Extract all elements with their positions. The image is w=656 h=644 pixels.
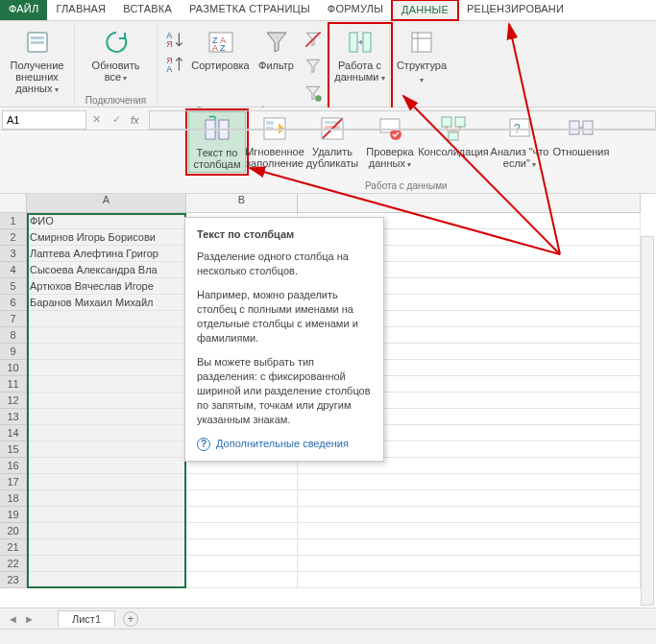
tab-home[interactable]: ГЛАВНАЯ xyxy=(47,0,114,20)
tab-data[interactable]: ДАННЫЕ xyxy=(392,0,458,20)
tab-review[interactable]: РЕЦЕНЗИРОВАНИ xyxy=(458,0,572,20)
cell[interactable] xyxy=(27,572,186,588)
vertical-scrollbar[interactable] xyxy=(641,236,654,606)
help-icon: ? xyxy=(197,438,210,451)
row-header[interactable]: 3 xyxy=(0,246,27,262)
cell-A2[interactable]: Смирнов Игорь Борисови xyxy=(27,229,186,246)
filter-button[interactable]: Фильтр xyxy=(253,25,301,73)
cell-A5[interactable]: Артюхов Вячеслав Игоре xyxy=(27,278,186,295)
data-tools-button[interactable]: Работа с данными xyxy=(331,25,389,86)
sort-button[interactable]: ZAAZ Сортировка xyxy=(189,25,253,73)
cell[interactable] xyxy=(186,474,298,490)
reapply-filter-icon[interactable] xyxy=(303,56,324,77)
sort-az-za-buttons[interactable]: AЯ ЯA xyxy=(164,25,185,77)
cell[interactable] xyxy=(186,523,298,539)
new-sheet-button[interactable]: + xyxy=(123,611,138,627)
row-header[interactable]: 15 xyxy=(0,441,27,458)
cell[interactable] xyxy=(298,539,641,556)
cell[interactable] xyxy=(27,556,186,572)
cell[interactable] xyxy=(298,474,641,490)
cell[interactable] xyxy=(186,490,298,507)
row-header[interactable]: 22 xyxy=(0,556,27,572)
tooltip-more-label: Дополнительные сведения xyxy=(216,437,349,451)
col-header-B[interactable]: B xyxy=(186,194,298,213)
sheet-next-icon[interactable]: ► xyxy=(24,613,35,625)
refresh-all-button[interactable]: Обновить все xyxy=(87,25,145,86)
row-header[interactable]: 18 xyxy=(0,490,27,507)
fx-cancel-icon[interactable]: ✕ xyxy=(86,113,107,126)
name-box[interactable] xyxy=(2,110,86,130)
row-header[interactable]: 21 xyxy=(0,539,27,556)
row-header[interactable]: 2 xyxy=(0,229,27,246)
cell[interactable] xyxy=(298,572,641,588)
row-header[interactable]: 13 xyxy=(0,409,27,425)
cell[interactable] xyxy=(186,572,298,588)
clear-filter-icon[interactable] xyxy=(303,29,324,50)
cell[interactable] xyxy=(186,539,298,556)
row-header[interactable]: 4 xyxy=(0,262,27,278)
cell[interactable] xyxy=(298,523,641,539)
outline-button[interactable]: Структура xyxy=(393,25,450,88)
cell[interactable] xyxy=(27,441,186,458)
formula-bar[interactable] xyxy=(149,110,656,130)
cell[interactable] xyxy=(27,344,186,360)
row-header[interactable]: 11 xyxy=(0,376,27,393)
cell-A4[interactable]: Сысоева Александра Вла xyxy=(27,262,186,278)
cell[interactable] xyxy=(27,360,186,376)
sheet-nav[interactable]: ◄► xyxy=(8,613,35,625)
tab-formulas[interactable]: ФОРМУЛЫ xyxy=(319,0,392,20)
col-header-A[interactable]: A xyxy=(27,194,186,213)
cell[interactable] xyxy=(27,409,186,425)
select-all-corner[interactable] xyxy=(0,194,27,213)
fx-icon[interactable]: fx xyxy=(127,114,143,126)
row-header[interactable]: 16 xyxy=(0,458,27,474)
tab-insert[interactable]: ВСТАВКА xyxy=(114,0,181,20)
advanced-filter-icon[interactable] xyxy=(303,83,324,104)
row-header[interactable]: 19 xyxy=(0,507,27,523)
row-header[interactable]: 10 xyxy=(0,360,27,376)
row-header[interactable]: 8 xyxy=(0,327,27,344)
cell[interactable] xyxy=(27,425,186,441)
cell[interactable] xyxy=(298,507,641,523)
row-header[interactable]: 12 xyxy=(0,393,27,409)
row-header[interactable]: 7 xyxy=(0,311,27,327)
tooltip-more-link[interactable]: ? Дополнительные сведения xyxy=(197,437,372,451)
row-header[interactable]: 1 xyxy=(0,213,27,229)
cell[interactable] xyxy=(27,376,186,393)
sheet-prev-icon[interactable]: ◄ xyxy=(8,613,18,625)
cell[interactable] xyxy=(298,490,641,507)
cell[interactable] xyxy=(27,507,186,523)
cell[interactable] xyxy=(298,556,641,572)
tab-file[interactable]: ФАЙЛ xyxy=(0,0,47,20)
tooltip-title: Текст по столбцам xyxy=(197,227,372,242)
sort-az-icon[interactable]: AЯ xyxy=(164,29,185,50)
row-header[interactable]: 5 xyxy=(0,278,27,295)
row-header[interactable]: 9 xyxy=(0,344,27,360)
cell[interactable] xyxy=(27,490,186,507)
sheet-tab[interactable]: Лист1 xyxy=(58,610,115,627)
cell-A1[interactable]: ФИО xyxy=(27,213,186,229)
cell[interactable] xyxy=(27,458,186,474)
get-external-data-button[interactable]: Получение внешних данных xyxy=(9,25,66,98)
cell[interactable] xyxy=(27,474,186,490)
row-header[interactable]: 17 xyxy=(0,474,27,490)
cell[interactable] xyxy=(27,327,186,344)
cell-A3[interactable]: Лаптева Алефтина Григор xyxy=(27,246,186,262)
cell[interactable] xyxy=(27,311,186,327)
cell[interactable] xyxy=(186,507,298,523)
svg-rect-16 xyxy=(412,33,431,52)
sort-za-icon[interactable]: ЯA xyxy=(164,54,185,75)
row-header[interactable]: 14 xyxy=(0,425,27,441)
cell[interactable] xyxy=(27,523,186,539)
col-header-rest[interactable] xyxy=(298,194,641,213)
funnel-icon xyxy=(261,27,292,58)
cell[interactable] xyxy=(186,556,298,572)
cell[interactable] xyxy=(27,539,186,556)
row-header[interactable]: 23 xyxy=(0,572,27,588)
row-header[interactable]: 20 xyxy=(0,523,27,539)
tab-page-layout[interactable]: РАЗМЕТКА СТРАНИЦЫ xyxy=(181,0,319,20)
cell-A6[interactable]: Баранов Михаил Михайл xyxy=(27,295,186,311)
row-header[interactable]: 6 xyxy=(0,295,27,311)
fx-enter-icon[interactable]: ✓ xyxy=(107,113,127,126)
cell[interactable] xyxy=(27,393,186,409)
